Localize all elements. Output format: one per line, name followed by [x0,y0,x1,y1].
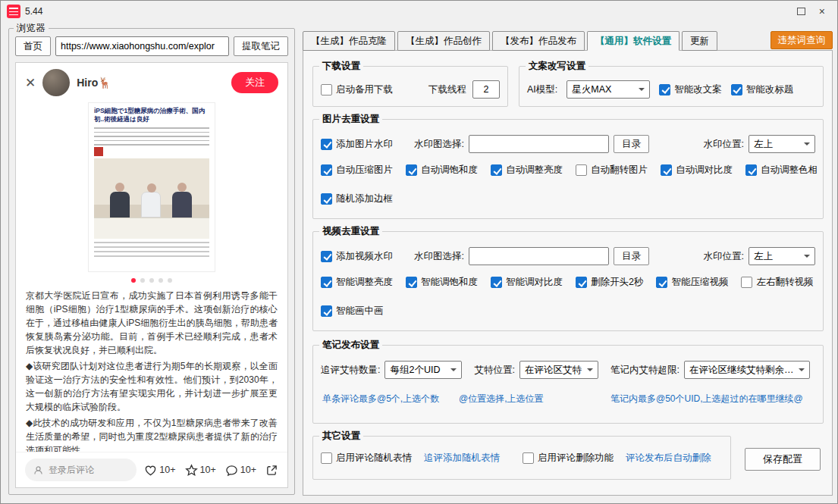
image-watermark-checkbox[interactable]: 添加图片水印 [321,138,393,151]
image-watermark-select-label: 水印图选择: [414,138,464,151]
press-conference-photo [94,158,209,239]
selected-value: 左上 [754,250,799,263]
home-button[interactable]: 首页 [15,36,51,56]
auto-delete-link[interactable]: 评论发布后自动删除 [626,452,711,465]
post-image[interactable]: iPS細胞で1型糖尿病の治療手術、国内初..術後経過は良好 [88,102,215,272]
image-option-checkbox[interactable]: 自动调对比度 [661,164,733,177]
carousel-dot [168,278,172,283]
video-option-checkbox[interactable]: 智能调对比度 [491,276,563,289]
tab-generate-create[interactable]: 【生成】作品创作 [397,31,490,51]
close-post-icon[interactable]: ✕ [25,77,36,89]
at-overflow-select[interactable]: 在评论区继续艾特剩余UID [684,361,810,379]
checkbox-label: 启动备用下载 [336,83,393,96]
at-position-select[interactable]: 在评论区艾特 [519,361,598,379]
checkbox-label: 删除开头2秒 [591,276,643,289]
random-emoji-link[interactable]: 追评添加随机表情 [424,452,500,465]
checkbox-box [576,164,587,176]
url-input[interactable] [55,36,229,56]
delete-comment-checkbox[interactable]: 启用评论删除功能 [523,452,614,465]
browser-view: ✕ Hiro🦌 关注 iPS細胞で1型糖尿病の治療手術、国内初..術後経過は良好 [15,62,288,488]
backup-download-checkbox[interactable]: 启动备用下载 [321,83,393,96]
share-button[interactable] [265,464,278,477]
save-config-button[interactable]: 保存配置 [745,448,821,471]
image-option-checkbox[interactable]: 自动压缩图片 [321,164,393,177]
browser-group: 浏览器 首页 提取笔记 ✕ Hiro🦌 关注 iPS細胞で1型糖尿病の治療手術、… [8,28,295,495]
share-icon [265,464,278,477]
at-count-select[interactable]: 每组2个UID [384,361,462,379]
checkbox-label: 左右翻转视频 [756,276,813,289]
follow-button[interactable]: 关注 [231,72,278,93]
image-border-checkbox[interactable]: 随机添加边框 [321,193,393,205]
maximize-button[interactable] [797,8,805,15]
post-paragraph: ◆此技术的成功研发和应用，不仅为1型糖尿病患者带来了改善生活质量的希望，同时也为… [26,416,278,452]
video-watermark-input[interactable] [469,247,609,265]
smart-copy-checkbox[interactable]: 智能改文案 [659,83,722,96]
comment-button[interactable]: 10+ [225,464,256,477]
download-settings-title: 下载设置 [319,60,363,73]
tab-settings[interactable]: 【通用】软件设置 [587,31,680,51]
tab-generate-clone[interactable]: 【生成】作品克隆 [303,31,395,51]
checkbox-label: 智能改文案 [674,83,722,96]
checkbox-box [321,277,332,288]
image-option-checkbox[interactable]: 自动翻转图片 [576,164,648,177]
video-option-checkbox[interactable]: 智能调整亮度 [321,276,393,289]
checkbox-box [491,164,502,176]
app-window: 5.44 × 浏览器 首页 提取笔记 ✕ Hiro🦌 关注 iPS細胞で1型糖尿… [0,0,838,504]
image-watermark-position-select[interactable]: 左上 [749,135,815,153]
video-option-checkbox[interactable]: 智能调饱和度 [406,276,478,289]
video-option-checkbox[interactable]: 左右翻转视频 [741,276,813,289]
video-option-checkbox[interactable]: 智能压缩视频 [656,276,728,289]
avatar[interactable] [42,69,70,96]
ai-model-select[interactable]: 星火MAX [567,80,650,99]
checkbox-label: 智能画中画 [336,305,384,318]
extract-notes-button[interactable]: 提取笔记 [234,36,288,56]
checkbox-box [321,164,332,176]
like-button[interactable]: 10+ [144,464,175,477]
smart-title-checkbox[interactable]: 智能改标题 [731,83,794,96]
checkbox-label: 智能调整亮度 [336,276,393,289]
video-pip-checkbox[interactable]: 智能画中画 [321,305,384,318]
checkbox-box [321,452,332,464]
tab-publish[interactable]: 【发布】作品发布 [492,31,585,51]
checkbox-box [321,305,332,317]
publish-settings-title: 笔记发布设置 [319,339,382,352]
checkbox-label: 启用评论随机表情 [336,452,412,465]
carousel-dots[interactable] [16,278,287,283]
tab-update[interactable]: 更新 [682,31,717,51]
post-username[interactable]: Hiro🦌 [77,77,111,89]
download-thread-input[interactable] [472,80,500,99]
video-watermark-position-select[interactable]: 左上 [749,247,815,265]
image-watermark-dir-button[interactable]: 目录 [614,135,649,153]
image-dedup-title: 图片去重设置 [319,113,382,126]
collect-button[interactable]: 10+ [185,464,216,477]
chevron-down-icon [799,368,805,374]
at-count-label: 追评艾特数量: [321,364,380,377]
post-paragraph: 京都大学医院近日宣布，成功实施了日本首例利用诱导多能干细胞（iPS细胞）治疗1型… [26,289,278,357]
heart-icon [144,464,157,477]
video-watermark-checkbox[interactable]: 添加视频水印 [321,250,393,263]
person-icon [33,465,44,476]
image-option-checkbox[interactable]: 自动调整亮度 [491,164,563,177]
video-watermark-dir-button[interactable]: 目录 [614,247,649,265]
image-watermark-input[interactable] [469,135,609,153]
checkbox-box [659,84,670,95]
forbidden-words-button[interactable]: 违禁词查询 [771,31,833,49]
checkbox-label: 自动压缩图片 [336,164,393,177]
selected-value: 在评论区继续艾特剩余UID [689,364,794,377]
post-footer: 登录后评论 10+ 10+ [16,452,287,487]
random-emoji-checkbox[interactable]: 启用评论随机表情 [321,452,412,465]
chevron-down-icon [804,255,810,261]
checkbox-label: 添加视频水印 [336,250,393,263]
checkbox-label: 启用评论删除功能 [538,452,614,465]
comment-input[interactable]: 登录后评论 [25,459,137,481]
image-option-checkbox[interactable]: 自动调饱和度 [406,164,478,177]
image-option-checkbox[interactable]: 自动调整色相 [745,164,818,177]
photo-person-right [172,192,192,218]
checkbox-label: 自动调对比度 [676,164,733,177]
at-overflow-hint: 笔记内最多@50个UID,上选超过的在哪里继续@ [610,393,803,405]
browser-group-label: 浏览器 [14,22,49,35]
close-button[interactable]: × [819,6,825,17]
post-body: 京都大学医院近日宣布，成功实施了日本首例利用诱导多能干细胞（iPS细胞）治疗1型… [16,286,287,452]
video-option-checkbox[interactable]: 删除开头2秒 [576,276,643,289]
image-watermark-position-label: 水印位置: [704,138,744,151]
